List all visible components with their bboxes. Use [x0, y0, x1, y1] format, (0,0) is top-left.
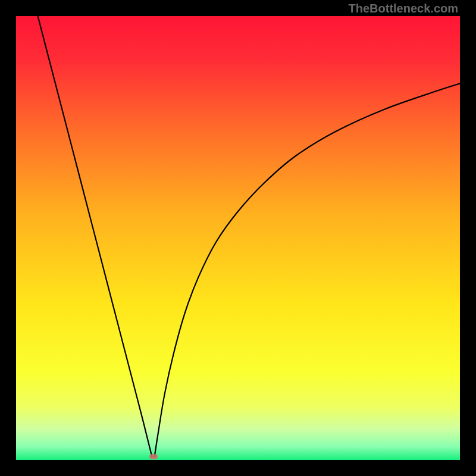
curve-left-branch: [38, 16, 152, 456]
notch-marker: [149, 454, 158, 459]
curve-right-branch: [155, 83, 460, 456]
chart-frame: TheBottleneck.com: [0, 0, 476, 476]
attribution-text: TheBottleneck.com: [349, 2, 458, 15]
curve-layer: [16, 16, 460, 460]
plot-area: [16, 16, 460, 460]
